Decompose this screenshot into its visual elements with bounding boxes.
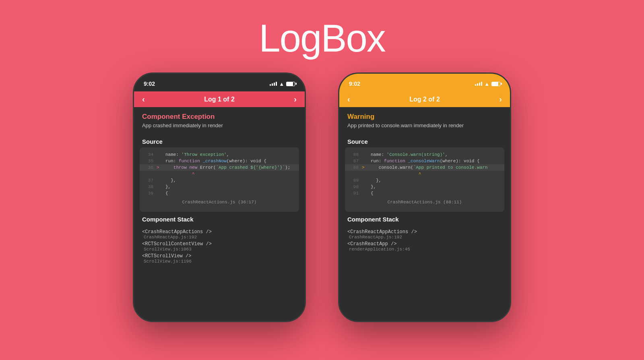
page-title: LogBox (259, 16, 385, 60)
code-line-highlighted: 36 > throw new Error(`App crashed ${'{wh… (140, 164, 299, 171)
stack-component: <RCTScrollView /> (142, 253, 297, 259)
phone1-side-button2 (133, 134, 134, 158)
phone1-status-icons: ▲ (270, 81, 295, 87)
list-item: <RCTScrollContentView /> ScrollView.js:1… (142, 241, 297, 252)
stack-component: <CrashReactAppActions /> (347, 229, 502, 235)
phone1-source-label: Source (134, 134, 305, 147)
stack-file: CrashReactApp.js:192 (347, 235, 502, 240)
phone1-header-label: Log 1 of 2 (204, 96, 235, 103)
code-line: 86 name: 'Console.warn(string)', (345, 151, 504, 158)
phone1-time: 9:02 (144, 81, 155, 87)
phone1-log-header: ‹ Log 1 of 2 › (134, 91, 305, 107)
phone1-error-section: Component Exception App crashed immediat… (134, 107, 305, 134)
phone1-next-arrow[interactable]: › (294, 95, 297, 104)
code-line: 35 run: function _crashNow(where): void … (140, 158, 299, 164)
phone1-signal-icon (270, 82, 277, 86)
phone2-error-type: Warning (347, 113, 502, 121)
phone1-code-filename: CrashReactActions.js (36:17) (140, 197, 299, 208)
phone2-next-arrow[interactable]: › (499, 95, 502, 104)
stack-file: ScrollView.js:1063 (142, 247, 297, 252)
phone2-error-desc: App printed to console.warn immediately … (347, 122, 502, 128)
phone2-error-section: Warning App printed to console.warn imme… (339, 107, 510, 134)
stack-file: CrashReactApp.js:192 (142, 235, 297, 240)
phone1-error-type: Component Exception (142, 113, 297, 121)
code-line: ^ (140, 171, 299, 177)
stack-file: renderApplication.js:45 (347, 247, 502, 252)
stack-component: <CrashReactApp /> (347, 241, 502, 247)
phone2-power-button (510, 138, 511, 170)
phone2-wifi-icon: ▲ (484, 81, 489, 87)
phone2-stack-label: Component Stack (339, 212, 510, 225)
phone2-time: 9:02 (349, 81, 360, 87)
list-item: <CrashReactAppActions /> CrashReactApp.j… (347, 229, 502, 240)
phone2-log-header: ‹ Log 2 of 2 › (339, 91, 510, 107)
list-item: <RCTScrollView /> ScrollView.js:1196 (142, 253, 297, 264)
phone1-code-block: 34 name: 'Throw exception', 35 run: func… (140, 147, 299, 212)
phone2-side-button3 (338, 162, 339, 186)
list-item: <CrashReactApp /> renderApplication.js:4… (347, 241, 502, 252)
code-line: 37 }, (140, 177, 299, 184)
code-line-highlighted: 88 > console.warn(`App printed to consol… (345, 164, 504, 171)
phone2-signal-icon (475, 82, 482, 86)
phone1-side-button1 (133, 114, 134, 128)
phone2-source-label: Source (339, 134, 510, 147)
code-line: 90 }, (345, 184, 504, 190)
phone2-side-button2 (338, 134, 339, 158)
stack-file: ScrollView.js:1196 (142, 259, 297, 264)
code-line: 39 { (140, 190, 299, 197)
phone1-battery-icon (286, 82, 295, 86)
phone2-code-block: 86 name: 'Console.warn(string)', 87 run:… (345, 147, 504, 212)
code-line: 91 { (345, 190, 504, 197)
phone1-stack-section: <CrashReactAppActions /> CrashReactApp.j… (134, 225, 305, 269)
phone2-prev-arrow[interactable]: ‹ (347, 95, 350, 104)
stack-component: <CrashReactAppActions /> (142, 229, 297, 235)
phone1-wifi-icon: ▲ (279, 81, 284, 87)
phone2-header-label: Log 2 of 2 (409, 96, 440, 103)
code-line: 38 }, (140, 184, 299, 190)
list-item: <CrashReactAppActions /> CrashReactApp.j… (142, 229, 297, 240)
phone2-battery-icon (491, 82, 500, 86)
phone1-power-button (305, 138, 306, 170)
phone2-side-button1 (338, 114, 339, 128)
phone2-code-filename: CrashReactActions.js (88:11) (345, 197, 504, 208)
phone1-notch (187, 74, 252, 85)
code-line: 34 name: 'Throw exception', (140, 151, 299, 158)
phone-1: 9:02 ▲ ‹ Log 1 of 2 › Component (133, 72, 306, 322)
code-line: ^ (345, 171, 504, 177)
phone2-stack-section: <CrashReactAppActions /> CrashReactApp.j… (339, 225, 510, 257)
code-line: 87 run: function _consoleWarn(where): vo… (345, 158, 504, 164)
stack-component: <RCTScrollContentView /> (142, 241, 297, 247)
phone1-error-desc: App crashed immediately in render (142, 122, 297, 128)
phone1-stack-label: Component Stack (134, 212, 305, 225)
phone1-side-button3 (133, 162, 134, 186)
phone2-notch (392, 74, 457, 85)
phones-container: 9:02 ▲ ‹ Log 1 of 2 › Component (133, 72, 511, 322)
phone-2: 9:02 ▲ ‹ Log 2 of 2 › Warning (338, 72, 511, 322)
phone2-status-icons: ▲ (475, 81, 500, 87)
code-line: 89 }, (345, 177, 504, 184)
phone1-prev-arrow[interactable]: ‹ (142, 95, 145, 104)
